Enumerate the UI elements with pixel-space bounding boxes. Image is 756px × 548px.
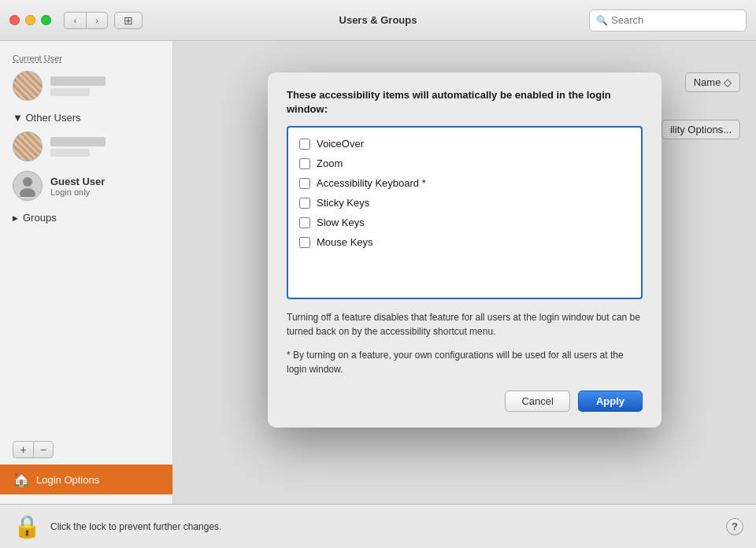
- add-user-button[interactable]: +: [13, 441, 33, 458]
- apply-button[interactable]: Apply: [578, 391, 643, 412]
- house-icon: 🏠: [13, 471, 30, 488]
- dialog-buttons: Cancel Apply: [287, 391, 643, 412]
- mouse-keys-label: Mouse Keys: [317, 236, 373, 248]
- current-user-role: [50, 88, 90, 96]
- lock-button[interactable]: 🔒: [13, 513, 41, 541]
- guest-user-name: Guest User: [50, 176, 105, 187]
- minimize-button[interactable]: [25, 15, 35, 25]
- voiceover-checkbox[interactable]: [299, 139, 310, 150]
- groups-label: Groups: [23, 212, 57, 224]
- lock-icon: 🔒: [13, 513, 41, 539]
- svg-point-0: [23, 177, 32, 187]
- sidebar: Current User ▼ Other Users: [0, 41, 173, 504]
- zoom-checkbox-item[interactable]: Zoom: [295, 154, 635, 173]
- dialog-note-1: Turning off a feature disables that feat…: [287, 310, 643, 339]
- nav-buttons: ‹ ›: [64, 12, 108, 29]
- grid-view-button[interactable]: ⊞: [114, 12, 143, 29]
- grid-icon: ⊞: [124, 14, 133, 27]
- voiceover-label: VoiceOver: [317, 138, 364, 150]
- current-user-item[interactable]: [0, 66, 172, 106]
- bottom-bar: 🔒 Click the lock to prevent further chan…: [0, 504, 756, 548]
- person-icon: [17, 175, 39, 197]
- window-title: Users & Groups: [339, 14, 417, 26]
- slow-keys-checkbox[interactable]: [299, 217, 310, 228]
- groups-triangle-icon: ▶: [13, 214, 18, 222]
- search-bar[interactable]: 🔍: [589, 9, 747, 31]
- remove-user-button[interactable]: −: [33, 441, 54, 458]
- dialog-overlay: These accessibility items will automatic…: [173, 41, 756, 504]
- current-user-info: [50, 76, 106, 96]
- mouse-keys-checkbox[interactable]: [299, 237, 310, 248]
- search-input[interactable]: [611, 14, 739, 26]
- accessibility-keyboard-checkbox[interactable]: [299, 178, 310, 189]
- accessibility-checkbox-list: VoiceOver Zoom Accessibility Keyboard * …: [287, 126, 643, 299]
- close-button[interactable]: [9, 15, 20, 25]
- groups-item[interactable]: ▶ Groups: [0, 206, 172, 230]
- sidebar-bottom-buttons: + −: [0, 435, 172, 465]
- guest-user-avatar: [13, 171, 43, 201]
- guest-user-item[interactable]: Guest User Login only: [0, 166, 172, 206]
- other-user-item-1[interactable]: [0, 127, 172, 166]
- slow-keys-checkbox-item[interactable]: Slow Keys: [295, 213, 635, 232]
- voiceover-checkbox-item[interactable]: VoiceOver: [295, 134, 635, 154]
- current-user-label: Current User: [0, 50, 172, 66]
- other-user-avatar-1: [13, 131, 43, 161]
- mouse-keys-checkbox-item[interactable]: Mouse Keys: [295, 232, 635, 252]
- login-options-item[interactable]: 🏠 Login Options: [0, 465, 172, 494]
- right-panel: Name ◇ ility Options... These accessibil…: [173, 41, 756, 504]
- main-content: Current User ▼ Other Users: [0, 41, 756, 504]
- slow-keys-label: Slow Keys: [317, 217, 365, 228]
- other-user-info-1: [50, 137, 106, 157]
- traffic-lights: [9, 15, 51, 25]
- help-button[interactable]: ?: [726, 518, 743, 535]
- svg-point-1: [20, 188, 35, 197]
- guest-user-info: Guest User Login only: [50, 176, 105, 197]
- zoom-label: Zoom: [317, 157, 343, 169]
- nav-forward-button[interactable]: ›: [86, 12, 108, 29]
- guest-user-role: Login only: [50, 187, 105, 197]
- cancel-button[interactable]: Cancel: [505, 391, 569, 412]
- sticky-keys-label: Sticky Keys: [317, 197, 369, 209]
- nav-back-button[interactable]: ‹: [64, 12, 86, 29]
- sticky-keys-checkbox-item[interactable]: Sticky Keys: [295, 193, 635, 213]
- sticky-keys-checkbox[interactable]: [299, 198, 310, 209]
- maximize-button[interactable]: [41, 15, 51, 25]
- accessibility-keyboard-label: Accessibility Keyboard *: [317, 177, 426, 189]
- zoom-checkbox[interactable]: [299, 158, 310, 169]
- login-options-label: Login Options: [36, 474, 99, 486]
- current-user-name: [50, 76, 106, 86]
- other-users-section[interactable]: ▼ Other Users: [0, 106, 172, 127]
- accessibility-dialog: These accessibility items will automatic…: [268, 72, 662, 428]
- search-icon: 🔍: [596, 15, 608, 26]
- accessibility-keyboard-checkbox-item[interactable]: Accessibility Keyboard *: [295, 173, 635, 193]
- dialog-title: These accessibility items will automatic…: [287, 88, 643, 117]
- lock-text: Click the lock to prevent further change…: [50, 521, 221, 532]
- dialog-note-2: * By turning on a feature, your own conf…: [287, 348, 643, 376]
- title-bar: ‹ › ⊞ Users & Groups 🔍: [0, 0, 756, 41]
- current-user-avatar: [13, 71, 43, 101]
